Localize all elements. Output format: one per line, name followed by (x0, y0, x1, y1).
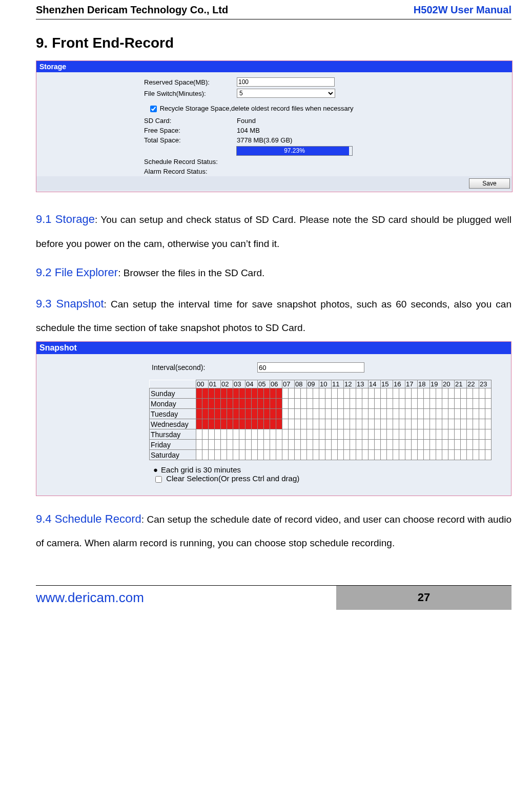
schedule-cell[interactable] (473, 388, 479, 399)
schedule-cell[interactable] (332, 399, 338, 409)
schedule-cell[interactable] (252, 409, 258, 419)
schedule-cell[interactable] (405, 409, 412, 419)
schedule-cell[interactable] (369, 419, 375, 429)
schedule-cell[interactable] (301, 388, 307, 399)
schedule-cell[interactable] (319, 429, 325, 440)
schedule-cell[interactable] (319, 388, 325, 399)
schedule-cell[interactable] (448, 450, 455, 460)
schedule-cell[interactable] (209, 388, 215, 399)
schedule-cell[interactable] (239, 450, 245, 460)
schedule-cell[interactable] (442, 450, 448, 460)
schedule-cell[interactable] (215, 450, 221, 460)
schedule-cell[interactable] (227, 419, 233, 429)
schedule-cell[interactable] (196, 409, 202, 419)
schedule-cell[interactable] (239, 409, 245, 419)
schedule-cell[interactable] (362, 450, 369, 460)
schedule-cell[interactable] (399, 388, 405, 399)
schedule-cell[interactable] (209, 440, 215, 450)
schedule-cell[interactable] (332, 429, 338, 440)
schedule-cell[interactable] (418, 409, 424, 419)
schedule-cell[interactable] (295, 399, 301, 409)
schedule-cell[interactable] (387, 419, 393, 429)
schedule-cell[interactable] (424, 388, 430, 399)
schedule-cell[interactable] (418, 388, 424, 399)
schedule-cell[interactable] (369, 399, 375, 409)
schedule-cell[interactable] (430, 450, 436, 460)
schedule-cell[interactable] (215, 399, 221, 409)
schedule-cell[interactable] (485, 388, 492, 399)
schedule-cell[interactable] (356, 419, 362, 429)
schedule-cell[interactable] (356, 409, 362, 419)
schedule-cell[interactable] (356, 399, 362, 409)
schedule-cell[interactable] (375, 440, 381, 450)
schedule-cell[interactable] (202, 419, 209, 429)
schedule-cell[interactable] (221, 429, 227, 440)
schedule-cell[interactable] (350, 399, 356, 409)
schedule-cell[interactable] (307, 399, 313, 409)
schedule-cell[interactable] (467, 440, 473, 450)
schedule-cell[interactable] (485, 429, 492, 440)
schedule-cell[interactable] (467, 429, 473, 440)
schedule-cell[interactable] (455, 388, 461, 399)
schedule-cell[interactable] (289, 440, 295, 450)
schedule-cell[interactable] (245, 409, 252, 419)
schedule-cell[interactable] (196, 429, 202, 440)
schedule-cell[interactable] (461, 419, 467, 429)
schedule-cell[interactable] (338, 450, 344, 460)
schedule-cell[interactable] (233, 440, 239, 450)
schedule-cell[interactable] (233, 450, 239, 460)
schedule-cell[interactable] (405, 419, 412, 429)
schedule-cell[interactable] (424, 409, 430, 419)
schedule-cell[interactable] (436, 429, 442, 440)
schedule-cell[interactable] (442, 429, 448, 440)
schedule-cell[interactable] (227, 450, 233, 460)
schedule-cell[interactable] (369, 450, 375, 460)
schedule-cell[interactable] (424, 399, 430, 409)
schedule-cell[interactable] (270, 429, 276, 440)
schedule-cell[interactable] (289, 388, 295, 399)
schedule-cell[interactable] (485, 399, 492, 409)
schedule-cell[interactable] (387, 388, 393, 399)
schedule-cell[interactable] (301, 409, 307, 419)
schedule-cell[interactable] (375, 409, 381, 419)
schedule-cell[interactable] (485, 409, 492, 419)
schedule-cell[interactable] (350, 429, 356, 440)
schedule-cell[interactable] (276, 399, 282, 409)
schedule-cell[interactable] (405, 388, 412, 399)
schedule-cell[interactable] (381, 440, 387, 450)
schedule-cell[interactable] (479, 429, 485, 440)
schedule-cell[interactable] (436, 409, 442, 419)
schedule-cell[interactable] (461, 399, 467, 409)
recycle-checkbox-label[interactable]: Recycle Storage Space,delete oldest reco… (148, 105, 354, 112)
schedule-cell[interactable] (399, 419, 405, 429)
schedule-cell[interactable] (393, 388, 399, 399)
schedule-cell[interactable] (418, 450, 424, 460)
schedule-cell[interactable] (209, 409, 215, 419)
schedule-cell[interactable] (209, 419, 215, 429)
schedule-cell[interactable] (307, 419, 313, 429)
schedule-cell[interactable] (282, 450, 289, 460)
schedule-cell[interactable] (325, 450, 332, 460)
schedule-cell[interactable] (381, 419, 387, 429)
schedule-grid[interactable]: 0001020304050607080910111213141516171819… (149, 380, 492, 460)
schedule-cell[interactable] (276, 409, 282, 419)
schedule-cell[interactable] (196, 419, 202, 429)
schedule-cell[interactable] (338, 409, 344, 419)
schedule-cell[interactable] (344, 450, 350, 460)
schedule-cell[interactable] (295, 388, 301, 399)
schedule-cell[interactable] (461, 388, 467, 399)
schedule-cell[interactable] (276, 388, 282, 399)
schedule-cell[interactable] (215, 388, 221, 399)
schedule-cell[interactable] (319, 409, 325, 419)
schedule-cell[interactable] (233, 399, 239, 409)
schedule-cell[interactable] (430, 419, 436, 429)
schedule-cell[interactable] (362, 419, 369, 429)
schedule-cell[interactable] (282, 388, 289, 399)
schedule-cell[interactable] (258, 450, 264, 460)
schedule-cell[interactable] (455, 399, 461, 409)
schedule-cell[interactable] (479, 440, 485, 450)
schedule-cell[interactable] (313, 419, 319, 429)
schedule-cell[interactable] (461, 409, 467, 419)
schedule-cell[interactable] (239, 419, 245, 429)
schedule-cell[interactable] (387, 429, 393, 440)
